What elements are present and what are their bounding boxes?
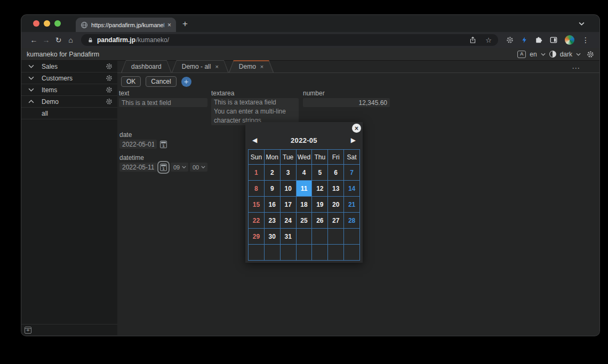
bolt-extension-icon[interactable] <box>521 36 527 44</box>
app-header-controls: A en dark <box>517 51 594 58</box>
calendar-day-cell[interactable]: 30 <box>265 229 280 244</box>
calendar-day-cell[interactable]: 26 <box>312 213 327 228</box>
chevron-down-icon[interactable] <box>28 88 36 92</box>
gear-icon[interactable] <box>106 98 113 105</box>
tab-close-icon[interactable]: × <box>167 21 171 29</box>
datetime-calendar-icon-focused[interactable] <box>160 164 167 171</box>
calendar-empty-cell <box>312 245 327 260</box>
extension-gear-icon[interactable] <box>506 36 514 44</box>
minute-select[interactable]: 00 <box>190 163 207 172</box>
textarea-input[interactable]: This is a textarea field You can enter a… <box>211 98 299 125</box>
calendar-day-cell[interactable]: 21 <box>344 197 359 212</box>
date-input[interactable] <box>119 140 157 149</box>
tab-demo[interactable]: Demo× <box>229 60 274 72</box>
chevron-down-icon[interactable] <box>28 64 36 68</box>
calendar-day-cell[interactable]: 14 <box>344 181 359 196</box>
tab-search-chevron-icon[interactable] <box>579 22 585 26</box>
gear-icon[interactable] <box>106 86 113 93</box>
calendar-day-cell[interactable]: 2 <box>265 165 280 180</box>
gear-icon[interactable] <box>106 63 113 70</box>
tab-demo-all[interactable]: Demo - all× <box>172 60 229 72</box>
calendar-day-cell[interactable]: 13 <box>328 181 343 196</box>
chevron-down-icon[interactable] <box>576 53 581 56</box>
gear-icon[interactable] <box>106 75 113 82</box>
bookmark-star-icon[interactable]: ☆ <box>485 36 492 44</box>
calendar-day-cell[interactable]: 29 <box>249 229 264 244</box>
calendar-day-cell[interactable]: 28 <box>344 213 359 228</box>
reload-icon[interactable]: ↻ <box>52 36 65 44</box>
tab-close-icon[interactable]: × <box>260 63 263 70</box>
tab-close-icon[interactable]: × <box>215 63 218 70</box>
calendar-day-header: Sat <box>344 150 359 164</box>
sidebar-item-items[interactable]: Items <box>21 84 117 96</box>
new-tab-button[interactable]: + <box>182 19 188 28</box>
ok-button[interactable]: OK <box>121 76 141 87</box>
more-options-icon[interactable]: ⋯ <box>572 63 580 73</box>
browser-menu-icon[interactable]: ⋮ <box>582 36 589 44</box>
translate-icon[interactable]: A <box>517 51 526 58</box>
date-calendar-icon[interactable] <box>160 141 167 148</box>
calendar-day-cell[interactable]: 27 <box>328 213 343 228</box>
address-bar[interactable]: pandafirm.jp /kumaneko/ ☆ <box>81 34 498 46</box>
calendar-day-cell[interactable]: 17 <box>281 197 296 212</box>
hour-select[interactable]: 09 <box>171 163 188 172</box>
calendar-day-cell[interactable]: 20 <box>328 197 343 212</box>
add-record-button[interactable]: + <box>181 77 191 87</box>
tab-label: Demo - all <box>182 63 211 70</box>
cancel-button[interactable]: Cancel <box>146 76 176 87</box>
calendar-day-cell[interactable]: 25 <box>297 213 312 228</box>
theme-selector[interactable]: dark <box>560 51 572 58</box>
calendar-day-cell[interactable]: 11 <box>297 181 312 196</box>
calendar-day-cell[interactable]: 16 <box>265 197 280 212</box>
extensions-puzzle-icon[interactable] <box>535 36 542 44</box>
calendar-day-cell[interactable]: 8 <box>249 181 264 196</box>
back-icon[interactable]: ← <box>28 36 40 44</box>
browser-tab[interactable]: https://pandafirm.jp/kumaneko × <box>76 18 176 32</box>
sidebar-item-sales[interactable]: Sales <box>21 61 117 72</box>
datetime-input[interactable] <box>119 163 157 172</box>
settings-gear-icon[interactable] <box>587 51 594 58</box>
text-input[interactable] <box>119 98 207 107</box>
sidebar-item-label: Demo <box>42 98 59 106</box>
calendar-day-cell[interactable]: 10 <box>281 181 296 196</box>
previous-month-icon[interactable]: ◀ <box>252 136 257 144</box>
calendar-day-cell[interactable]: 7 <box>344 165 359 180</box>
calendar-day-cell[interactable]: 18 <box>297 197 312 212</box>
calendar-day-cell[interactable]: 9 <box>265 181 280 196</box>
calendar-day-cell[interactable]: 22 <box>249 213 264 228</box>
number-input[interactable] <box>303 98 390 107</box>
tab-dashboard[interactable]: dashboard <box>121 60 172 72</box>
calendar-day-header: Fri <box>328 150 343 164</box>
sidebar-item-customers[interactable]: Customers <box>21 72 117 84</box>
chevron-up-icon[interactable] <box>28 100 36 103</box>
sidebar-subitem-all[interactable]: all <box>21 108 117 119</box>
language-selector[interactable]: en <box>530 51 537 58</box>
home-icon[interactable]: ⌂ <box>65 36 77 44</box>
chevron-down-icon[interactable] <box>541 53 546 56</box>
calendar-day-cell[interactable]: 23 <box>265 213 280 228</box>
side-panel-icon[interactable] <box>550 36 557 44</box>
minimize-window-button[interactable] <box>44 20 50 27</box>
calendar-day-cell[interactable]: 3 <box>281 165 296 180</box>
calendar-day-cell[interactable]: 24 <box>281 213 296 228</box>
calendar-empty-cell <box>312 229 327 244</box>
close-window-button[interactable] <box>33 20 39 27</box>
share-icon[interactable] <box>469 36 476 44</box>
calendar-day-cell[interactable]: 1 <box>249 165 264 180</box>
close-popup-icon[interactable]: × <box>352 124 361 133</box>
calendar-day-cell[interactable]: 6 <box>328 165 343 180</box>
calendar-day-cell[interactable]: 4 <box>297 165 312 180</box>
zoom-window-button[interactable] <box>54 20 61 27</box>
calendar-day-cell[interactable]: 15 <box>249 197 264 212</box>
sidebar-item-demo[interactable]: Demo <box>21 96 117 108</box>
next-month-icon[interactable]: ▶ <box>351 136 356 144</box>
profile-avatar[interactable] <box>565 35 574 45</box>
theme-contrast-icon[interactable] <box>549 51 556 58</box>
calendar-day-cell[interactable]: 12 <box>312 181 327 196</box>
calendar-day-cell[interactable]: 31 <box>281 229 296 244</box>
forward-icon[interactable]: → <box>40 36 52 44</box>
add-table-icon[interactable]: + <box>25 327 31 334</box>
calendar-day-cell[interactable]: 5 <box>312 165 327 180</box>
calendar-day-cell[interactable]: 19 <box>312 197 327 212</box>
chevron-down-icon[interactable] <box>28 76 36 80</box>
